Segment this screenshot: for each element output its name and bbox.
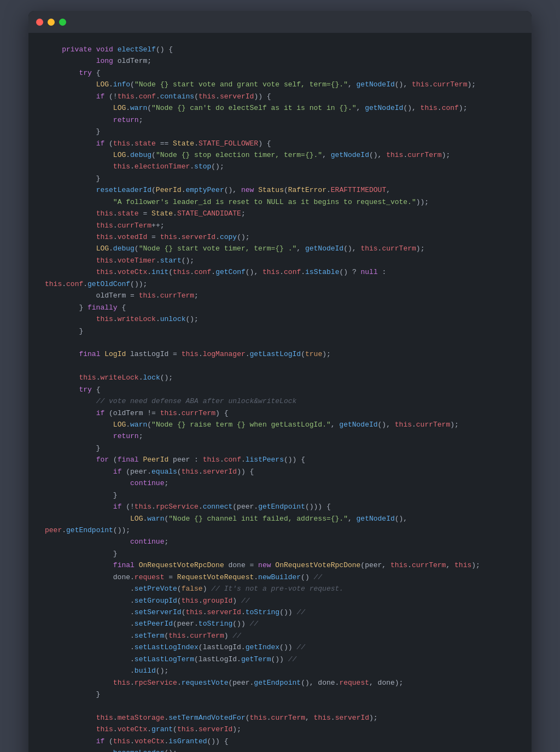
code-line: oldTerm = this.currTerm; [45,290,521,301]
code-line: peer.getEndpoint()); [45,524,521,536]
code-line: .setServerId(this.serverId.toString()) /… [45,607,521,618]
code-line: this.voteCtx.grant(this.serverId); [45,724,521,735]
code-line: continue; [45,477,521,489]
code-line: } [45,325,521,337]
code-line: private void electSelf() { [45,44,521,55]
code-line: } [45,548,521,559]
code-line: } [45,689,521,700]
code-line: this.voteTimer.start(); [45,255,521,266]
code-line: // vote need defense ABA after unlock&wr… [45,395,521,407]
code-line: } [45,126,521,137]
code-line: if (peer.equals(this.serverId)) { [45,466,521,477]
code-line: LOG.warn("Node {} raise term {} when get… [45,419,521,430]
code-line: LOG.info("Node {} start vote and grant v… [45,79,521,90]
code-editor[interactable]: private void electSelf() { long oldTerm;… [28,33,532,752]
code-line: .setLastLogIndex(lastLogId.getIndex()) /… [45,642,521,653]
code-line: LOG.debug("Node {} start vote timer, ter… [45,243,521,254]
code-line: .setPeerId(peer.toString()) // [45,618,521,629]
code-line: } finally { [45,302,521,313]
code-line: .setPreVote(false) // It's not a pre-vot… [45,583,521,594]
code-line: } [45,442,521,454]
code-line: return; [45,114,521,126]
code-window: private void electSelf() { long oldTerm;… [28,11,532,752]
code-line: LOG.debug("Node {} stop election timer, … [45,149,521,161]
code-line: } [45,489,521,501]
code-line: .setLastLogTerm(lastLogId.getTerm()) // [45,654,521,665]
code-line: try { [45,384,521,395]
code-line: if (oldTerm != this.currTerm) { [45,407,521,419]
code-line: this.votedId = this.serverId.copy(); [45,231,521,243]
code-line [45,360,521,372]
code-line: this.rpcService.requestVote(peer.getEndp… [45,677,521,689]
code-line: .build(); [45,665,521,677]
code-line: .setGroupId(this.groupId) // [45,595,521,607]
titlebar [28,11,532,33]
code-line: final LogId lastLogId = this.logManager.… [45,348,521,360]
maximize-button[interactable] [59,19,66,26]
code-line: this.writeLock.unlock(); [45,313,521,325]
code-line [45,701,521,712]
code-line: this.electionTimer.stop(); [45,161,521,172]
code-line: final OnRequestVoteRpcDone done = new On… [45,559,521,571]
code-line: this.metaStorage.setTermAndVotedFor(this… [45,712,521,724]
code-line: this.conf.getOldConf()); [45,278,521,290]
code-line: this.writeLock.lock(); [45,372,521,383]
code-line [45,337,521,348]
code-line: if (!this.conf.contains(this.serverId)) … [45,91,521,102]
code-line: LOG.warn("Node {} channel init failed, a… [45,513,521,524]
code-line: long oldTerm; [45,55,521,67]
code-line: done.request = RequestVoteRequest.newBui… [45,572,521,583]
code-line: this.currTerm++; [45,220,521,231]
code-line: .setTerm(this.currTerm) // [45,630,521,642]
code-line: for (final PeerId peer : this.conf.listP… [45,454,521,465]
code-line: "A follower's leader_id is reset to NULL… [45,196,521,208]
code-line: } [45,173,521,184]
minimize-button[interactable] [48,19,55,26]
code-line: LOG.warn("Node {} can't do electSelf as … [45,102,521,114]
code-line: continue; [45,536,521,547]
code-line: return; [45,430,521,442]
close-button[interactable] [36,19,43,26]
code-line: resetLeaderId(PeerId.emptyPeer(), new St… [45,184,521,196]
code-line: try { [45,67,521,79]
code-line: if (this.state == State.STATE_FOLLOWER) … [45,138,521,149]
code-line: if (this.voteCtx.isGranted()) { [45,736,521,747]
code-line: if (!this.rpcService.connect(peer.getEnd… [45,501,521,512]
code-line: this.state = State.STATE_CANDIDATE; [45,208,521,219]
code-line: becomeLeader(); [45,747,521,752]
code-line: this.voteCtx.init(this.conf.getConf(), t… [45,266,521,278]
